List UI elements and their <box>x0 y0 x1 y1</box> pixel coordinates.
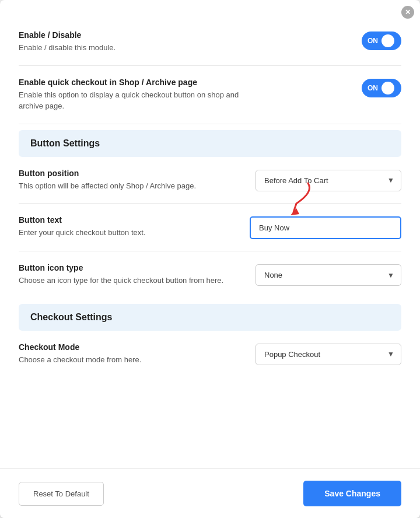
quick-checkout-shop-desc: Enable this option to display a quick ch… <box>19 89 240 112</box>
checkout-mode-select-wrapper: Popup Checkout Direct Checkout Custom Pa… <box>256 344 401 365</box>
button-text-row: Button text Enter your quick checkout bu… <box>19 204 401 251</box>
quick-checkout-shop-row: Enable quick checkout in Shop / Archive … <box>19 66 401 124</box>
button-text-title: Button text <box>19 215 240 225</box>
button-text-label: Button text Enter your quick checkout bu… <box>19 215 240 239</box>
toggle-on-text: ON <box>368 37 378 45</box>
quick-checkout-toggle-circle <box>382 82 394 94</box>
quick-checkout-shop-label: Enable quick checkout in Shop / Archive … <box>19 78 240 112</box>
svg-marker-0 <box>290 208 299 215</box>
modal-footer: Reset To Default Save Changes <box>0 468 420 518</box>
enable-disable-title: Enable / Disable <box>19 30 240 40</box>
close-button[interactable]: ✕ <box>401 6 414 19</box>
button-icon-type-desc: Choose an icon type for the quick checko… <box>19 275 240 286</box>
button-text-control <box>250 215 401 239</box>
button-position-label: Button position This option will be affe… <box>19 169 240 192</box>
checkout-mode-desc: Choose a checkout mode from here. <box>19 354 240 366</box>
button-icon-type-control: None Cart Bag Arrow ▼ <box>250 263 401 286</box>
button-settings-section: Button Settings <box>19 130 401 157</box>
button-settings-title: Button Settings <box>30 138 100 148</box>
button-position-control: Before Add To Cart After Add To Cart ▼ <box>250 169 401 191</box>
save-button[interactable]: Save Changes <box>303 481 401 506</box>
enable-disable-row: Enable / Disable Enable / disable this m… <box>19 19 401 66</box>
checkout-settings-section: Checkout Settings <box>19 304 401 331</box>
checkout-settings-content: Checkout Mode Choose a checkout mode fro… <box>19 331 401 377</box>
button-position-row: Button position This option will be affe… <box>19 157 401 204</box>
button-icon-type-select[interactable]: None Cart Bag Arrow <box>256 264 401 286</box>
button-position-select[interactable]: Before Add To Cart After Add To Cart <box>256 170 401 191</box>
button-text-desc: Enter your quick checkout button text. <box>19 227 240 239</box>
button-icon-type-title: Button icon type <box>19 263 240 272</box>
enable-disable-desc: Enable / disable this module. <box>19 42 240 54</box>
enable-disable-control: ON <box>250 30 401 50</box>
checkout-mode-control: Popup Checkout Direct Checkout Custom Pa… <box>250 342 401 365</box>
button-position-select-wrapper: Before Add To Cart After Add To Cart ▼ <box>256 170 401 191</box>
checkout-mode-label: Checkout Mode Choose a checkout mode fro… <box>19 342 240 366</box>
quick-checkout-shop-toggle[interactable]: ON <box>362 79 401 97</box>
reset-button[interactable]: Reset To Default <box>19 482 104 506</box>
quick-checkout-toggle-text: ON <box>368 84 378 92</box>
quick-checkout-shop-control: ON <box>250 78 401 97</box>
button-text-input[interactable] <box>250 216 401 239</box>
checkout-mode-select[interactable]: Popup Checkout Direct Checkout Custom Pa… <box>256 344 401 365</box>
settings-modal: ✕ Enable / Disable Enable / disable this… <box>0 0 420 518</box>
checkout-mode-row: Checkout Mode Choose a checkout mode fro… <box>19 331 401 377</box>
button-icon-type-row: Button icon type Choose an icon type for… <box>19 251 401 298</box>
modal-content: Enable / Disable Enable / disable this m… <box>0 0 420 468</box>
enable-disable-toggle[interactable]: ON <box>362 32 401 50</box>
quick-checkout-shop-title: Enable quick checkout in Shop / Archive … <box>19 78 240 87</box>
button-position-title: Button position <box>19 169 240 178</box>
enable-disable-label: Enable / Disable Enable / disable this m… <box>19 30 240 54</box>
checkout-settings-title: Checkout Settings <box>30 312 112 322</box>
button-settings-content: Button position This option will be affe… <box>19 157 401 298</box>
button-icon-type-label: Button icon type Choose an icon type for… <box>19 263 240 286</box>
checkout-mode-title: Checkout Mode <box>19 342 240 352</box>
button-position-desc: This option will be affected only Shop /… <box>19 180 240 192</box>
button-icon-type-select-wrapper: None Cart Bag Arrow ▼ <box>256 264 401 286</box>
toggle-circle <box>382 34 394 47</box>
